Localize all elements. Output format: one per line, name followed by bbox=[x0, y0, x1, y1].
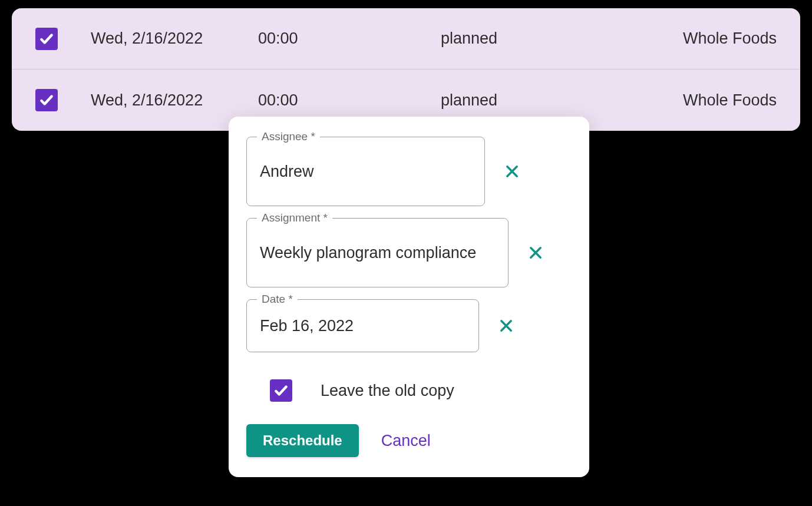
reschedule-button[interactable]: Reschedule bbox=[246, 424, 359, 457]
close-icon bbox=[504, 163, 520, 180]
leave-copy-label: Leave the old copy bbox=[321, 382, 454, 400]
cell-location: Whole Foods bbox=[612, 91, 777, 110]
clear-assignee-button[interactable] bbox=[503, 162, 521, 181]
cell-status: planned bbox=[441, 91, 612, 110]
cell-time: 00:00 bbox=[258, 29, 441, 48]
cell-time: 00:00 bbox=[258, 91, 441, 110]
date-field[interactable]: Feb 16, 2022 bbox=[246, 299, 479, 352]
leave-copy-checkbox[interactable] bbox=[270, 379, 292, 402]
assignment-row: Assignment * Weekly planogram compliance bbox=[246, 218, 572, 287]
check-icon bbox=[273, 383, 289, 398]
date-row: Date * Feb 16, 2022 bbox=[246, 299, 572, 352]
close-icon bbox=[527, 244, 544, 261]
assignee-field[interactable]: Andrew bbox=[246, 137, 485, 206]
cell-status: planned bbox=[441, 29, 612, 48]
cell-date: Wed, 2/16/2022 bbox=[58, 29, 258, 48]
check-icon bbox=[39, 31, 54, 47]
cell-date: Wed, 2/16/2022 bbox=[58, 91, 258, 110]
clear-date-button[interactable] bbox=[497, 316, 516, 335]
row-checkbox[interactable] bbox=[35, 28, 58, 50]
table-row[interactable]: Wed, 2/16/2022 00:00 planned Whole Foods bbox=[12, 8, 800, 70]
assignment-field[interactable]: Weekly planogram compliance bbox=[246, 218, 509, 287]
row-checkbox[interactable] bbox=[35, 89, 58, 111]
reschedule-dialog: Assignee * Andrew Assignment * Weekly pl… bbox=[229, 117, 589, 477]
close-icon bbox=[498, 318, 514, 334]
dialog-actions: Reschedule Cancel bbox=[246, 424, 572, 457]
clear-assignment-button[interactable] bbox=[526, 243, 545, 262]
check-icon bbox=[39, 92, 54, 108]
leave-copy-row: Leave the old copy bbox=[270, 379, 572, 402]
assignee-row: Assignee * Andrew bbox=[246, 137, 572, 206]
cancel-button[interactable]: Cancel bbox=[381, 432, 431, 450]
assignment-label: Assignment * bbox=[257, 211, 332, 224]
schedule-table: Wed, 2/16/2022 00:00 planned Whole Foods… bbox=[12, 8, 800, 131]
date-label: Date * bbox=[257, 293, 298, 306]
cell-location: Whole Foods bbox=[612, 29, 777, 48]
assignee-label: Assignee * bbox=[257, 130, 320, 143]
